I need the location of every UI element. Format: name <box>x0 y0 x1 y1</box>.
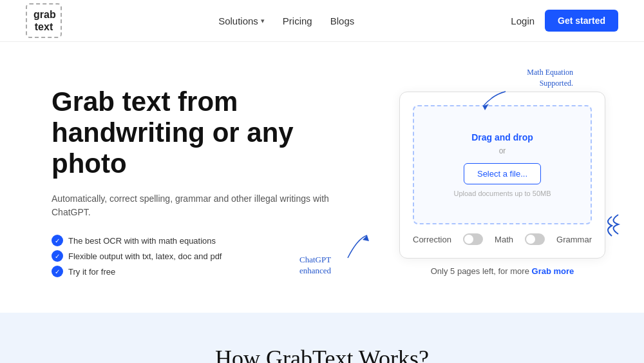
hero-right: Math EquationSupported. Drag and drop or… <box>399 92 605 276</box>
nav-links: Solutions ▾ Pricing Blogs <box>218 15 354 26</box>
correction-label: Correction <box>413 235 451 244</box>
logo-line1: grab <box>33 8 54 21</box>
navbar: grab text Solutions ▾ Pricing Blogs Logi… <box>0 0 644 42</box>
nav-right: Login Get started <box>511 10 618 32</box>
upload-hint: Upload documents up to 50MB <box>427 190 578 197</box>
nav-item-pricing[interactable]: Pricing <box>283 15 312 26</box>
how-section: How GrabText Works? <box>0 313 644 363</box>
math-arrow-icon <box>480 88 512 111</box>
list-item: ✓ The best OCR with with math equations <box>52 235 361 246</box>
pages-left: Only 5 pages left, for more Grab more <box>399 266 605 276</box>
squiggle-icon <box>599 211 625 237</box>
grab-more-link[interactable]: Grab more <box>532 266 574 276</box>
chatgpt-label: ChatGPTenhanced <box>299 255 331 277</box>
check-icon: ✓ <box>52 235 63 246</box>
hero-subtitle: Automatically, correct spelling, grammar… <box>52 192 361 219</box>
hero-section: Grab text from handwriting or any photo … <box>0 42 644 313</box>
check-icon: ✓ <box>52 250 63 262</box>
how-title: How GrabText Works? <box>26 345 618 363</box>
grammar-label: Grammar <box>556 235 592 244</box>
math-equation-label: Math EquationSupported. <box>527 67 573 89</box>
logo-line2: text <box>33 21 54 33</box>
correction-toggle[interactable] <box>463 233 483 245</box>
drop-zone[interactable]: Drag and drop or Select a file... Upload… <box>413 105 592 224</box>
get-started-button[interactable]: Get started <box>545 10 618 32</box>
nav-item-solutions[interactable]: Solutions ▾ <box>218 15 265 26</box>
chevron-down-icon: ▾ <box>261 17 265 25</box>
hero-left: Grab text from handwriting or any photo … <box>52 86 361 282</box>
login-button[interactable]: Login <box>511 15 535 26</box>
upload-card: Drag and drop or Select a file... Upload… <box>399 92 605 259</box>
toggle-row: Correction Math Grammar <box>413 233 592 245</box>
grammar-toggle[interactable] <box>525 233 545 245</box>
drag-drop-label: Drag and drop <box>427 132 578 142</box>
nav-item-blogs[interactable]: Blogs <box>330 15 355 26</box>
check-icon: ✓ <box>52 266 63 277</box>
or-label: or <box>427 146 578 155</box>
chatgpt-arrow-icon <box>345 232 370 261</box>
logo[interactable]: grab text <box>26 3 62 38</box>
hero-title: Grab text from handwriting or any photo <box>52 86 361 180</box>
math-toggle-label: Math <box>495 235 513 244</box>
select-file-button[interactable]: Select a file... <box>464 163 541 184</box>
